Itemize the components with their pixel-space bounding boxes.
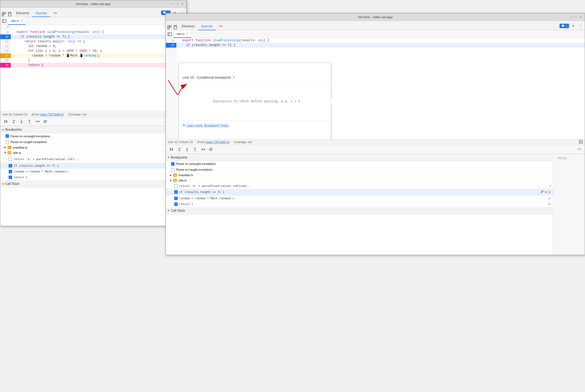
minimize-btn-right[interactable]: — [569,15,573,19]
bp-popup-input[interactable] [213,99,357,103]
breakpoints-header-left[interactable]: ▾ Breakpoints [0,126,186,133]
debug-toolbar-left [0,117,186,126]
bp-checkbox-returnobj-left[interactable] [9,176,12,179]
minimize-btn-left[interactable]: — [171,2,175,6]
tab-elements-left[interactable]: Elements [13,10,32,17]
file-tab-utils-right[interactable]: utils.ts ✕ [174,30,191,38]
inspect-icon-left[interactable] [1,12,7,17]
tab-more-left[interactable]: >> [50,10,60,17]
bp-popup-dropdown-icon[interactable]: ▾ [233,75,235,80]
delete-bp-if-right[interactable]: ✕ [545,190,547,194]
code-line-9: 9 export function slowProcessing(results… [0,30,186,34]
code-area-right: 9 export function slowProcessing(results… [166,38,585,139]
svg-rect-8 [6,120,7,123]
file-group-snackbar-right[interactable]: ▸ ts snackbar.ts [166,173,553,178]
tab-sources-left[interactable]: Sources [32,10,50,17]
device-icon-right[interactable] [173,25,178,30]
tab-sources-right[interactable]: Sources [198,23,216,30]
source-link-right[interactable]: index-73f73a80.js [206,140,229,144]
bp-text-return-left: return '$' + parseFloat(value).toFi... [14,157,170,161]
bp-item-return-left[interactable]: return '$' + parseFloat(value).toFi... ✕… [0,155,186,163]
step-out-btn-left[interactable] [26,118,33,125]
close-file-tab-left[interactable]: ✕ [20,19,23,22]
expand-panels-btn-right[interactable]: >> [576,146,583,152]
code-scroll-right[interactable]: 9 export function slowProcessing(results… [166,38,585,139]
bp-item-returnobj-left[interactable]: return { 16 [0,175,186,180]
code-line-16[interactable]: 16 return { [0,63,186,68]
code-line-14[interactable]: 14 random = random * 📱Math.📱random(); [0,53,186,58]
callstack-header-left[interactable]: ▾ Call Stack [0,180,186,187]
pause-resume-btn-left[interactable] [2,118,9,125]
pause-resume-btn-right[interactable] [168,146,175,153]
pause-uncaught-right[interactable]: Pause on uncaught exceptions [166,161,553,167]
utils-filename-right: utils.ts [178,179,187,182]
bp-item-random-right[interactable]: random = random * Math.random(); 14 [166,196,553,201]
step-btn-left[interactable] [34,118,41,125]
pause-caught-left[interactable]: Pause on caught exceptions [0,139,186,145]
step-into-btn-left[interactable] [18,118,25,125]
code-line-10[interactable]: 10 if (results.length >= 7) { [0,34,186,39]
bp-item-return-right[interactable]: return '$' + parseFloat(value).toFixed(.… [166,183,553,189]
source-link-left[interactable]: index-73f73a80.js [40,113,63,116]
tab-elements-right[interactable]: Elements [178,23,198,30]
close-btn-right[interactable]: ✕ [579,15,583,19]
pause-caught-right[interactable]: Pause on caught exceptions [166,167,553,173]
pause-caught-checkbox-left[interactable] [6,140,9,144]
bp-item-returnobj-right[interactable]: return { 16 [166,201,553,207]
bp-checkbox-if-left[interactable] [9,164,12,167]
file-group-snackbar-left[interactable]: ▸ ts snackbar.ts [0,145,186,150]
file-group-utils-right[interactable]: ▾ ts utils.ts [166,178,553,183]
step-over-btn-left[interactable] [10,118,17,125]
maximize-btn-right[interactable]: □ [574,15,578,19]
bp-popup-input-area[interactable] [179,92,331,111]
device-icon-left[interactable] [7,12,12,17]
sidebar-toggle-left[interactable] [0,17,8,25]
bp-item-random-left[interactable]: random = random * Math.random(); 14 [0,169,186,175]
snackbar-filename-right: snackbar.ts [178,174,193,177]
bp-checkbox-return-right[interactable] [174,184,178,188]
bp-item-if-left[interactable]: if (results.length >= 7) { 10 [0,163,186,169]
bp-item-if-right[interactable]: if (results.length >= 7) { ✕ 10 [166,189,553,196]
breakpoints-arrow-left: ▾ [2,128,4,131]
close-btn-left[interactable]: ✕ [181,2,184,6]
more-btn-right[interactable]: ⋮ [577,23,584,29]
bp-checkbox-random-right[interactable] [174,197,178,200]
inspect-icon-right[interactable] [167,25,172,30]
devtools-window-right: DevTools - coffee-cart.app/ — □ ✕ Elemen… [166,13,585,255]
step-over-btn-right[interactable] [176,146,183,153]
pause-uncaught-checkbox-left[interactable] [6,134,9,138]
pause-caught-checkbox-right[interactable] [171,168,175,171]
edit-bp-if-right[interactable] [540,190,544,194]
maximize-btn-left[interactable]: □ [176,2,179,6]
file-group-utils-left[interactable]: ▾ ts utils.ts [0,150,186,155]
tab-more-right[interactable]: >> [216,23,226,30]
bp-text-return-right: return '$' + parseFloat(value).toFixed(.… [179,184,548,188]
pause-uncaught-left[interactable]: Pause on uncaught exceptions [0,133,186,139]
close-file-tab-right[interactable]: ✕ [186,32,188,35]
learn-more-link-right[interactable]: Learn more: Breakpoint Types [187,123,229,128]
bp-checkbox-return-left[interactable] [9,157,12,161]
bp-checkbox-if-right[interactable] [174,190,178,194]
pause-uncaught-checkbox-right[interactable] [171,162,175,166]
code-line-10-right[interactable]: 10 if (results.length >= 7) { [166,43,585,48]
sidebar-toggle-right[interactable] [166,30,174,38]
bp-checkbox-random-left[interactable] [9,170,12,173]
bp-popup-type-label: Conditional breakpoint [197,75,231,80]
step-btn-right[interactable] [199,146,206,153]
callstack-header-right[interactable]: ▾ Call Stack [166,207,553,214]
deactivate-btn-right[interactable] [207,146,214,153]
file-tab-utils-left[interactable]: utils.ts ✕ [8,17,26,25]
settings-btn-right[interactable]: ⚙ [570,23,576,29]
code-scroll-left[interactable]: 8 9 export function slowProcessing(resul… [0,25,186,111]
collapse-panel-btn-right[interactable] [579,140,583,144]
pause-caught-label-right: Pause on caught exceptions [176,168,212,171]
chat-icon-right: 💬 [561,24,565,28]
callstack-arrow-right: ▾ [168,209,169,212]
bp-checkbox-returnobj-right[interactable] [174,202,178,206]
deactivate-btn-left[interactable] [42,118,49,125]
step-out-btn-right[interactable] [192,146,198,153]
bp-popup-right: Line 10: Conditional breakpoint ▾ ⧉ Lear… [179,63,331,139]
chat-badge-right[interactable]: 💬 1 [560,24,569,28]
breakpoints-header-right[interactable]: ▾ Breakpoints [166,154,553,161]
step-into-btn-right[interactable] [184,146,191,153]
